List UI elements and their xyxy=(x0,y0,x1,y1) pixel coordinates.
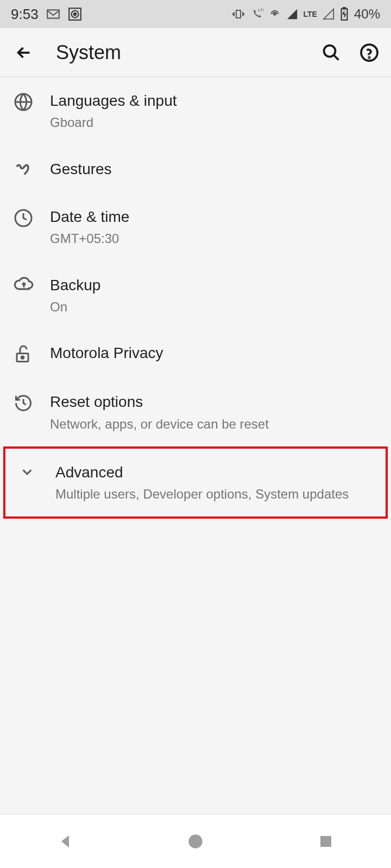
nav-back-button[interactable] xyxy=(49,825,81,858)
svg-rect-15 xyxy=(320,836,331,847)
gmail-icon xyxy=(46,9,60,20)
status-time: 9:53 xyxy=(11,6,39,23)
status-right: LTE LTE 40% xyxy=(232,7,380,22)
search-button[interactable] xyxy=(320,42,342,63)
wifi-calling-icon: LTE xyxy=(250,8,263,21)
battery-percent: 40% xyxy=(354,7,380,22)
battery-charging-icon xyxy=(340,7,349,21)
settings-item-languages[interactable]: Languages & input Gboard xyxy=(0,77,391,145)
globe-icon xyxy=(11,91,45,112)
lock-icon xyxy=(11,343,45,364)
navigation-bar xyxy=(0,814,391,868)
item-title: Backup xyxy=(50,276,380,295)
svg-point-13 xyxy=(21,356,24,359)
chevron-down-icon xyxy=(16,463,50,480)
settings-list: Languages & input Gboard Gestures Date &… xyxy=(0,77,391,519)
settings-item-backup[interactable]: Backup On xyxy=(0,261,391,330)
settings-item-privacy[interactable]: Motorola Privacy xyxy=(0,329,391,378)
help-button[interactable] xyxy=(358,42,380,63)
svg-point-14 xyxy=(188,834,203,848)
item-subtitle: On xyxy=(50,298,380,315)
item-subtitle: Network, apps, or device can be reset xyxy=(50,416,380,432)
hotspot-icon xyxy=(269,8,281,20)
vibrate-icon xyxy=(232,8,245,21)
signal-icon xyxy=(286,8,298,20)
status-bar: 9:53 LTE LTE 40% xyxy=(0,0,391,28)
settings-item-advanced[interactable]: Advanced Multiple users, Developer optio… xyxy=(3,446,388,519)
nav-recent-button[interactable] xyxy=(310,825,342,858)
item-title: Gestures xyxy=(50,159,380,179)
back-button[interactable] xyxy=(11,40,37,66)
svg-text:LTE: LTE xyxy=(258,8,263,12)
restore-icon xyxy=(11,392,45,413)
svg-point-4 xyxy=(274,13,276,15)
svg-rect-6 xyxy=(343,8,345,9)
cloud-backup-icon xyxy=(11,276,45,293)
clock-icon xyxy=(11,207,45,228)
settings-item-datetime[interactable]: Date & time GMT+05:30 xyxy=(0,193,391,261)
settings-item-reset[interactable]: Reset options Network, apps, or device c… xyxy=(0,378,391,446)
circle-icon xyxy=(68,7,82,21)
item-subtitle: Gboard xyxy=(50,114,380,131)
item-subtitle: Multiple users, Developer options, Syste… xyxy=(55,486,375,502)
app-bar-actions xyxy=(320,42,380,63)
item-title: Languages & input xyxy=(50,91,380,111)
item-title: Date & time xyxy=(50,207,380,227)
lte-label: LTE xyxy=(304,10,317,18)
signal-icon-2 xyxy=(323,8,335,20)
svg-point-7 xyxy=(324,45,336,56)
app-bar: System xyxy=(0,28,391,77)
gesture-icon xyxy=(11,159,45,179)
svg-point-9 xyxy=(369,57,370,58)
status-left: 9:53 xyxy=(11,6,82,23)
svg-point-2 xyxy=(73,13,75,15)
settings-item-gestures[interactable]: Gestures xyxy=(0,145,391,193)
item-title: Motorola Privacy xyxy=(50,343,380,363)
item-subtitle: GMT+05:30 xyxy=(50,230,380,247)
item-title: Reset options xyxy=(50,392,380,412)
page-title: System xyxy=(56,41,121,64)
nav-home-button[interactable] xyxy=(179,825,212,858)
item-title: Advanced xyxy=(55,463,375,482)
